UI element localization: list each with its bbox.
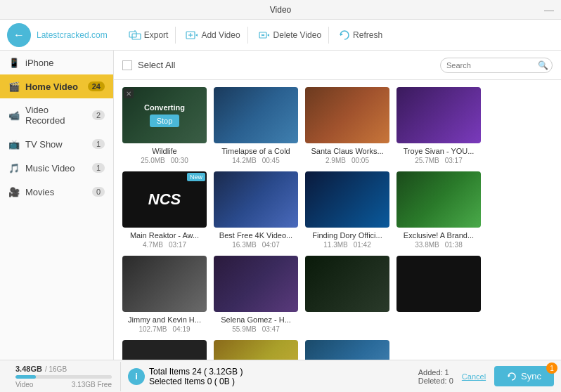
sidebar-item-music-video[interactable]: 🎵 Music Video 1 bbox=[0, 156, 113, 180]
video-thumbnail bbox=[396, 87, 481, 143]
storage-type: Video bbox=[15, 381, 33, 388]
video-meta: 11.3MB01:42 bbox=[323, 241, 371, 249]
video-item[interactable] bbox=[305, 256, 389, 333]
video-item[interactable]: Selena Gomez - H...55.9MB03:47 bbox=[214, 256, 298, 333]
video-size: 16.3MB bbox=[232, 241, 256, 249]
video-thumbnail bbox=[396, 256, 481, 312]
video-duration: 04:07 bbox=[262, 241, 280, 249]
sync-button[interactable]: Sync 1 bbox=[494, 366, 554, 386]
back-button[interactable]: ← bbox=[7, 23, 31, 47]
storage-info: 3.48GB / 16GB Video 3.13GB Free bbox=[7, 362, 121, 391]
select-all-label[interactable]: Select All bbox=[138, 60, 175, 70]
video-grid: ✕ConvertingStopWildlife25.0MB00:30Timela… bbox=[114, 80, 561, 360]
video-size: 25.7MB bbox=[415, 157, 439, 164]
refresh-button[interactable]: Refresh bbox=[332, 27, 389, 44]
sidebar-item-tv-show[interactable]: 📺 TV Show 1 bbox=[0, 132, 113, 156]
video-meta: 25.0MB00:30 bbox=[141, 157, 188, 164]
video-title: Finding Dory Offici... bbox=[312, 231, 382, 240]
video-meta: 16.3MB04:07 bbox=[232, 241, 280, 249]
video-thumbnail bbox=[214, 171, 298, 228]
sidebar-item-iphone[interactable]: 📱 iPhone bbox=[0, 51, 113, 74]
storage-free: 3.13GB Free bbox=[72, 381, 112, 388]
video-recorded-badge: 2 bbox=[92, 110, 105, 120]
video-size: 25.0MB bbox=[141, 157, 165, 164]
video-item[interactable]: Timelapse of a Cold14.2MB00:45 bbox=[214, 87, 298, 164]
window-title: Video bbox=[270, 5, 291, 15]
video-item[interactable]: Santa Claus Works...2.9MB00:05 bbox=[305, 87, 389, 164]
total-items-label: Total Items 24 ( 3.12GB ) bbox=[149, 367, 243, 377]
add-video-button[interactable]: Add Video bbox=[179, 27, 247, 44]
brand-text: Latestcracked.com bbox=[37, 30, 108, 40]
bottom-right: Added: 1 Deleted: 0 Cancel Sync 1 bbox=[418, 366, 554, 386]
video-item[interactable]: Exclusive! A Brand...33.8MB01:38 bbox=[396, 171, 481, 249]
svg-marker-8 bbox=[267, 34, 269, 37]
video-thumbnail: ✕ConvertingStop bbox=[122, 87, 207, 143]
converting-label: Converting bbox=[144, 103, 185, 112]
sidebar-home-video-label: Home Video bbox=[25, 81, 78, 92]
new-badge: New bbox=[187, 173, 205, 181]
video-item[interactable]: ✕ConvertingStopWildlife25.0MB00:30 bbox=[122, 87, 207, 164]
video-title: Exclusive! A Brand... bbox=[404, 231, 474, 240]
added-label: Added: 1 bbox=[418, 368, 453, 377]
video-meta: 102.7MB04:19 bbox=[138, 325, 190, 333]
minimize-button[interactable]: — bbox=[544, 4, 554, 15]
video-size: 4.7MB bbox=[143, 241, 163, 249]
video-item[interactable] bbox=[122, 340, 207, 360]
sidebar-iphone-label: iPhone bbox=[25, 58, 53, 68]
added-deleted-info: Added: 1 Deleted: 0 bbox=[418, 368, 453, 385]
back-arrow-icon: ← bbox=[13, 29, 25, 41]
sidebar-tv-show-label: TV Show bbox=[25, 139, 63, 150]
video-duration: 01:38 bbox=[445, 241, 463, 249]
storage-bar bbox=[15, 375, 112, 379]
video-thumbnail bbox=[122, 256, 207, 312]
music-video-icon: 🎵 bbox=[8, 162, 20, 174]
export-button[interactable]: Export bbox=[122, 27, 176, 44]
sidebar-item-movies[interactable]: 🎥 Movies 0 bbox=[0, 180, 113, 204]
video-thumbnail bbox=[305, 256, 389, 312]
video-item[interactable]: Troye Sivan - YOU...25.7MB03:17 bbox=[396, 87, 481, 164]
sidebar-item-home-video[interactable]: 🎬 Home Video 24 bbox=[0, 74, 113, 98]
video-duration: 00:05 bbox=[352, 157, 369, 164]
selected-items-label: Selected Items 0 ( 0B ) bbox=[149, 377, 243, 386]
sidebar: 📱 iPhone 🎬 Home Video 24 📹 Video Recorde… bbox=[0, 51, 114, 360]
video-title: Selena Gomez - H... bbox=[221, 315, 291, 324]
video-thumbnail bbox=[305, 340, 389, 360]
cancel-button[interactable]: Cancel bbox=[462, 372, 486, 381]
bottom-info: i Total Items 24 ( 3.12GB ) Selected Ite… bbox=[128, 367, 411, 386]
video-meta: 33.8MB01:38 bbox=[415, 241, 463, 249]
stop-button[interactable]: Stop bbox=[150, 115, 180, 127]
storage-fill bbox=[15, 375, 36, 379]
video-meta: 4.7MB03:17 bbox=[143, 241, 186, 249]
video-duration: 01:42 bbox=[354, 241, 371, 249]
video-title: Jimmy and Kevin H... bbox=[128, 315, 201, 324]
video-item[interactable]: NCSNewMain Reaktor - Aw...4.7MB03:17 bbox=[122, 171, 207, 249]
sidebar-item-video-recorded[interactable]: 📹 Video Recorded 2 bbox=[0, 98, 113, 132]
select-all-checkbox[interactable] bbox=[122, 60, 132, 70]
video-recorded-icon: 📹 bbox=[8, 110, 20, 121]
video-duration: 00:45 bbox=[262, 157, 280, 164]
search-icon[interactable]: 🔍 bbox=[538, 60, 548, 70]
video-item[interactable] bbox=[305, 340, 389, 360]
info-icon[interactable]: i bbox=[128, 368, 145, 385]
home-video-badge: 24 bbox=[88, 81, 105, 91]
video-duration: 03:17 bbox=[445, 157, 463, 164]
video-item[interactable]: Jimmy and Kevin H...102.7MB04:19 bbox=[122, 256, 207, 333]
refresh-icon bbox=[339, 30, 350, 40]
video-item[interactable]: Finding Dory Offici...11.3MB01:42 bbox=[305, 171, 389, 249]
video-item[interactable] bbox=[396, 256, 481, 333]
video-thumbnail bbox=[214, 256, 298, 312]
video-size: 33.8MB bbox=[415, 241, 439, 249]
video-size: 2.9MB bbox=[325, 157, 346, 164]
deleted-label: Deleted: 0 bbox=[418, 377, 453, 385]
video-title: Main Reaktor - Aw... bbox=[130, 231, 199, 240]
delete-video-button[interactable]: Delete Video bbox=[251, 27, 330, 44]
video-thumbnail bbox=[305, 171, 389, 228]
delete-video-label: Delete Video bbox=[273, 30, 322, 40]
video-item[interactable] bbox=[214, 340, 298, 360]
tv-show-icon: 📺 bbox=[8, 138, 20, 150]
tv-show-badge: 1 bbox=[92, 139, 105, 149]
video-title: Troye Sivan - YOU... bbox=[404, 147, 475, 155]
video-item[interactable]: Best Free 4K Video...16.3MB04:07 bbox=[214, 171, 298, 249]
title-bar: Video — bbox=[0, 0, 561, 20]
search-input[interactable] bbox=[446, 61, 538, 70]
